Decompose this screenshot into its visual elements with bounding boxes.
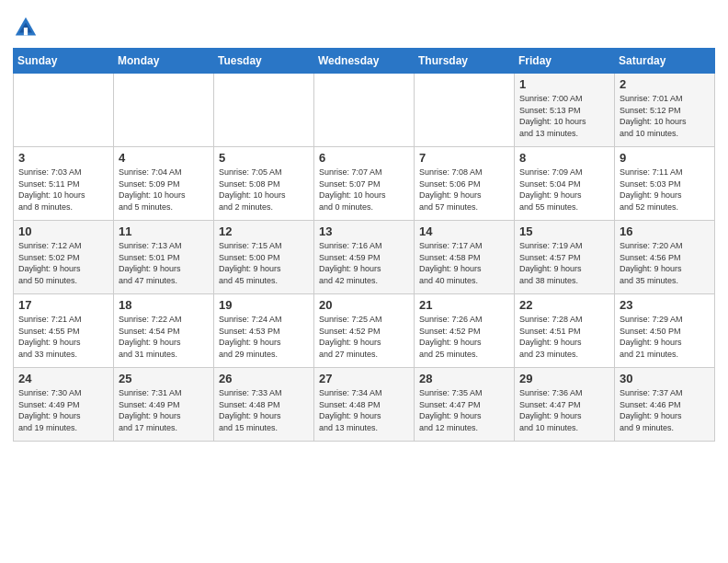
day-number: 19: [219, 298, 309, 312]
day-info: Sunrise: 7:15 AM Sunset: 5:00 PM Dayligh…: [219, 240, 309, 286]
calendar-cell: 21Sunrise: 7:26 AM Sunset: 4:52 PM Dayli…: [415, 294, 515, 368]
calendar-cell: 3Sunrise: 7:03 AM Sunset: 5:11 PM Daylig…: [14, 147, 114, 221]
calendar-cell: 20Sunrise: 7:25 AM Sunset: 4:52 PM Dayli…: [314, 294, 415, 368]
day-info: Sunrise: 7:12 AM Sunset: 5:02 PM Dayligh…: [18, 240, 108, 286]
day-info: Sunrise: 7:33 AM Sunset: 4:48 PM Dayligh…: [219, 387, 309, 433]
day-info: Sunrise: 7:24 AM Sunset: 4:53 PM Dayligh…: [219, 314, 309, 360]
calendar-header-friday: Friday: [515, 49, 615, 74]
calendar-cell: 13Sunrise: 7:16 AM Sunset: 4:59 PM Dayli…: [314, 221, 415, 294]
calendar-cell: 14Sunrise: 7:17 AM Sunset: 4:58 PM Dayli…: [415, 221, 515, 294]
day-info: Sunrise: 7:05 AM Sunset: 5:08 PM Dayligh…: [219, 167, 309, 213]
day-number: 6: [319, 151, 409, 165]
day-number: 29: [519, 372, 609, 385]
calendar-week-row: 24Sunrise: 7:30 AM Sunset: 4:49 PM Dayli…: [14, 368, 715, 442]
calendar-header-monday: Monday: [114, 49, 214, 74]
calendar-cell: 9Sunrise: 7:11 AM Sunset: 5:03 PM Daylig…: [615, 147, 715, 221]
calendar-cell: 8Sunrise: 7:09 AM Sunset: 5:04 PM Daylig…: [515, 147, 615, 221]
calendar-header-row: SundayMondayTuesdayWednesdayThursdayFrid…: [14, 49, 715, 74]
calendar-cell: 1Sunrise: 7:00 AM Sunset: 5:13 PM Daylig…: [515, 74, 615, 147]
day-number: 21: [419, 298, 509, 312]
day-info: Sunrise: 7:03 AM Sunset: 5:11 PM Dayligh…: [18, 167, 108, 213]
calendar-cell: 19Sunrise: 7:24 AM Sunset: 4:53 PM Dayli…: [214, 294, 314, 368]
day-number: 5: [219, 151, 309, 165]
calendar-cell: 26Sunrise: 7:33 AM Sunset: 4:48 PM Dayli…: [214, 368, 314, 442]
day-number: 27: [319, 372, 409, 385]
day-info: Sunrise: 7:35 AM Sunset: 4:47 PM Dayligh…: [419, 387, 509, 433]
day-info: Sunrise: 7:36 AM Sunset: 4:47 PM Dayligh…: [519, 387, 609, 433]
calendar-cell: 7Sunrise: 7:08 AM Sunset: 5:06 PM Daylig…: [415, 147, 515, 221]
day-number: 11: [119, 224, 209, 238]
day-number: 3: [18, 151, 108, 165]
day-number: 7: [419, 151, 509, 165]
day-info: Sunrise: 7:30 AM Sunset: 4:49 PM Dayligh…: [18, 387, 108, 433]
calendar-week-row: 1Sunrise: 7:00 AM Sunset: 5:13 PM Daylig…: [14, 74, 715, 147]
calendar-cell: [314, 74, 415, 147]
day-info: Sunrise: 7:29 AM Sunset: 4:50 PM Dayligh…: [620, 314, 710, 360]
day-number: 26: [219, 372, 309, 385]
calendar-cell: 28Sunrise: 7:35 AM Sunset: 4:47 PM Dayli…: [415, 368, 515, 442]
day-info: Sunrise: 7:04 AM Sunset: 5:09 PM Dayligh…: [119, 167, 209, 213]
calendar-cell: [114, 74, 214, 147]
calendar-cell: 12Sunrise: 7:15 AM Sunset: 5:00 PM Dayli…: [214, 221, 314, 294]
calendar-cell: 4Sunrise: 7:04 AM Sunset: 5:09 PM Daylig…: [114, 147, 214, 221]
calendar-cell: 22Sunrise: 7:28 AM Sunset: 4:51 PM Dayli…: [515, 294, 615, 368]
day-info: Sunrise: 7:26 AM Sunset: 4:52 PM Dayligh…: [419, 314, 509, 360]
day-number: 23: [620, 298, 710, 312]
calendar-cell: 25Sunrise: 7:31 AM Sunset: 4:49 PM Dayli…: [114, 368, 214, 442]
svg-rect-2: [24, 28, 28, 35]
day-info: Sunrise: 7:09 AM Sunset: 5:04 PM Dayligh…: [519, 167, 609, 213]
day-number: 30: [620, 372, 710, 385]
day-info: Sunrise: 7:28 AM Sunset: 4:51 PM Dayligh…: [519, 314, 609, 360]
calendar-cell: 15Sunrise: 7:19 AM Sunset: 4:57 PM Dayli…: [515, 221, 615, 294]
day-info: Sunrise: 7:25 AM Sunset: 4:52 PM Dayligh…: [319, 314, 409, 360]
logo: [13, 15, 40, 40]
calendar-cell: 2Sunrise: 7:01 AM Sunset: 5:12 PM Daylig…: [615, 74, 715, 147]
day-info: Sunrise: 7:08 AM Sunset: 5:06 PM Dayligh…: [419, 167, 509, 213]
day-number: 22: [519, 298, 609, 312]
day-number: 20: [319, 298, 409, 312]
day-number: 25: [119, 372, 209, 385]
day-number: 4: [119, 151, 209, 165]
day-number: 15: [519, 224, 609, 238]
day-info: Sunrise: 7:22 AM Sunset: 4:54 PM Dayligh…: [119, 314, 209, 360]
calendar-cell: 17Sunrise: 7:21 AM Sunset: 4:55 PM Dayli…: [14, 294, 114, 368]
calendar-week-row: 3Sunrise: 7:03 AM Sunset: 5:11 PM Daylig…: [14, 147, 715, 221]
day-info: Sunrise: 7:01 AM Sunset: 5:12 PM Dayligh…: [620, 93, 710, 139]
day-number: 8: [519, 151, 609, 165]
day-info: Sunrise: 7:07 AM Sunset: 5:07 PM Dayligh…: [319, 167, 409, 213]
calendar-cell: 30Sunrise: 7:37 AM Sunset: 4:46 PM Dayli…: [615, 368, 715, 442]
calendar-header-thursday: Thursday: [415, 49, 515, 74]
day-info: Sunrise: 7:17 AM Sunset: 4:58 PM Dayligh…: [419, 240, 509, 286]
calendar-cell: [214, 74, 314, 147]
day-info: Sunrise: 7:19 AM Sunset: 4:57 PM Dayligh…: [519, 240, 609, 286]
day-number: 12: [219, 224, 309, 238]
day-info: Sunrise: 7:37 AM Sunset: 4:46 PM Dayligh…: [620, 387, 710, 433]
day-info: Sunrise: 7:13 AM Sunset: 5:01 PM Dayligh…: [119, 240, 209, 286]
day-number: 24: [18, 372, 108, 385]
day-number: 18: [119, 298, 209, 312]
calendar-cell: [415, 74, 515, 147]
calendar-cell: 6Sunrise: 7:07 AM Sunset: 5:07 PM Daylig…: [314, 147, 415, 221]
calendar-cell: 23Sunrise: 7:29 AM Sunset: 4:50 PM Dayli…: [615, 294, 715, 368]
calendar-cell: 11Sunrise: 7:13 AM Sunset: 5:01 PM Dayli…: [114, 221, 214, 294]
calendar-header-saturday: Saturday: [615, 49, 715, 74]
calendar-week-row: 10Sunrise: 7:12 AM Sunset: 5:02 PM Dayli…: [14, 221, 715, 294]
day-info: Sunrise: 7:00 AM Sunset: 5:13 PM Dayligh…: [519, 93, 609, 139]
page: SundayMondayTuesdayWednesdayThursdayFrid…: [0, 0, 728, 454]
day-info: Sunrise: 7:31 AM Sunset: 4:49 PM Dayligh…: [119, 387, 209, 433]
day-number: 13: [319, 224, 409, 238]
calendar-week-row: 17Sunrise: 7:21 AM Sunset: 4:55 PM Dayli…: [14, 294, 715, 368]
calendar-header-wednesday: Wednesday: [314, 49, 415, 74]
calendar-header-tuesday: Tuesday: [214, 49, 314, 74]
day-info: Sunrise: 7:34 AM Sunset: 4:48 PM Dayligh…: [319, 387, 409, 433]
day-number: 9: [620, 151, 710, 165]
calendar-cell: 16Sunrise: 7:20 AM Sunset: 4:56 PM Dayli…: [615, 221, 715, 294]
logo-icon: [13, 15, 39, 40]
calendar-cell: 29Sunrise: 7:36 AM Sunset: 4:47 PM Dayli…: [515, 368, 615, 442]
calendar-cell: 5Sunrise: 7:05 AM Sunset: 5:08 PM Daylig…: [214, 147, 314, 221]
day-number: 16: [620, 224, 710, 238]
day-info: Sunrise: 7:16 AM Sunset: 4:59 PM Dayligh…: [319, 240, 409, 286]
calendar-cell: 27Sunrise: 7:34 AM Sunset: 4:48 PM Dayli…: [314, 368, 415, 442]
day-info: Sunrise: 7:21 AM Sunset: 4:55 PM Dayligh…: [18, 314, 108, 360]
day-number: 2: [620, 77, 710, 91]
